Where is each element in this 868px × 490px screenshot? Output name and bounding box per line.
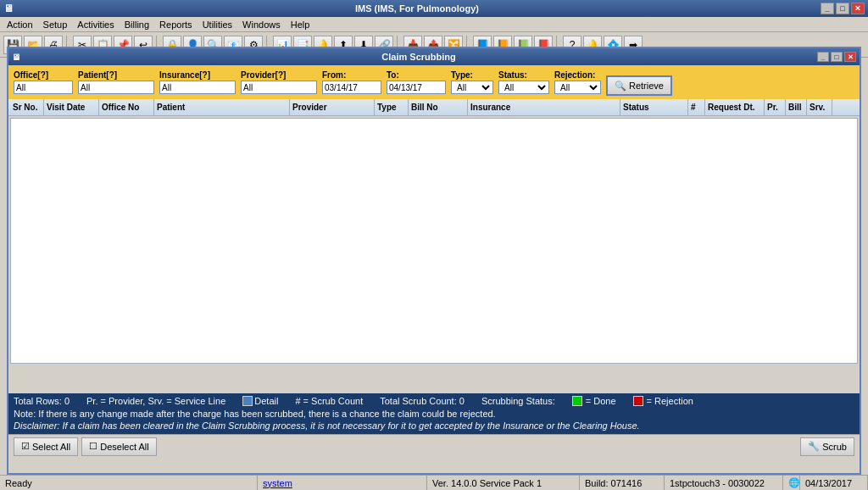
main-statusbar: Ready system Ver. 14.0.0 Service Pack 1 … xyxy=(0,475,868,490)
office-filter-group: Office[?] xyxy=(14,70,73,94)
maximize-button[interactable]: □ xyxy=(836,3,849,14)
status-version: Ver. 14.0.0 Service Pack 1 xyxy=(427,476,580,490)
select-all-button[interactable]: ☑ Select All xyxy=(14,437,78,456)
menu-bar: Action Setup Activities Billing Reports … xyxy=(0,17,868,32)
type-label: Type: xyxy=(451,70,493,80)
menu-setup[interactable]: Setup xyxy=(38,19,73,31)
to-input[interactable] xyxy=(387,81,446,94)
menu-utilities[interactable]: Utilities xyxy=(198,19,237,31)
legend-pr-srv: Pr. = Provider, Srv. = Service Line xyxy=(86,396,225,406)
col-patient: Patient xyxy=(154,99,290,115)
status-ready: Ready xyxy=(0,476,258,490)
col-status: Status xyxy=(620,99,688,115)
scrub-icon: 🔧 xyxy=(808,441,820,452)
rejection-legend-box xyxy=(633,396,643,406)
col-request-dt: Request Dt. xyxy=(705,99,765,115)
bottom-buttons-area: ☑ Select All ☐ Deselect All 🔧 Scrub xyxy=(8,434,860,458)
col-bill: Bill xyxy=(786,99,807,115)
insurance-label: Insurance[?] xyxy=(159,70,236,80)
rejection-label: Rejection: xyxy=(554,70,601,80)
claim-scrubbing-window: 🖥 Claim Scrubbing _ □ ✕ Office[?] Patien… xyxy=(7,47,861,475)
child-close-button[interactable]: ✕ xyxy=(844,52,856,62)
menu-help[interactable]: Help xyxy=(286,19,315,31)
select-all-icon: ☑ xyxy=(21,441,30,452)
scrub-button[interactable]: 🔧 Scrub xyxy=(800,437,854,456)
app-title: IMS (IMS, For Pulmonology) xyxy=(14,3,821,14)
col-provider: Provider xyxy=(290,99,375,115)
provider-input[interactable] xyxy=(241,81,317,94)
status-label: Status: xyxy=(498,70,549,80)
total-scrub-label: Total Scrub Count: 0 xyxy=(380,396,465,406)
left-buttons: ☑ Select All ☐ Deselect All xyxy=(14,437,157,456)
type-select[interactable]: All xyxy=(451,81,493,94)
done-legend: = Done xyxy=(572,396,616,406)
from-filter-group: From: xyxy=(322,70,381,94)
status-user: system xyxy=(258,476,427,490)
status-select[interactable]: All xyxy=(498,81,549,94)
deselect-all-icon: ☐ xyxy=(89,441,97,452)
network-icon: 🌐 xyxy=(788,477,800,488)
note1: Note: If there is any change made after … xyxy=(14,409,854,419)
type-filter-group: Type: All xyxy=(451,70,493,94)
rejection-filter-group: Rejection: All xyxy=(554,70,601,94)
insurance-filter-group: Insurance[?] xyxy=(159,70,236,94)
office-label: Office[?] xyxy=(14,70,73,80)
patient-filter-group: Patient[?] xyxy=(78,70,154,94)
child-window-icon: 🖥 xyxy=(12,53,20,62)
child-window-controls: _ □ ✕ xyxy=(817,52,856,62)
status-network-icon: 🌐 xyxy=(783,476,800,490)
retrieve-label: Retrieve xyxy=(629,81,664,91)
detail-icon: Detail xyxy=(242,396,278,406)
menu-action[interactable]: Action xyxy=(2,19,38,31)
col-insurance: Insurance xyxy=(468,99,620,115)
provider-filter-group: Provider[?] xyxy=(241,70,317,94)
minimize-button[interactable]: _ xyxy=(821,3,834,14)
col-sr-no: Sr No. xyxy=(10,99,44,115)
patient-label: Patient[?] xyxy=(78,70,154,80)
retrieve-icon: 🔍 xyxy=(615,81,626,92)
insurance-input[interactable] xyxy=(159,81,236,94)
col-type: Type xyxy=(375,99,409,115)
title-bar-controls: _ □ ✕ xyxy=(821,3,865,14)
table-body xyxy=(10,118,858,364)
col-visit-date: Visit Date xyxy=(44,99,99,115)
patient-input[interactable] xyxy=(78,81,154,94)
col-bill-no: Bill No xyxy=(409,99,468,115)
hash-count-label: # = Scrub Count xyxy=(295,396,363,406)
rejection-label: = Rejection xyxy=(647,396,693,406)
scrub-label: Scrub xyxy=(822,442,847,452)
rejection-select[interactable]: All xyxy=(554,81,601,94)
to-label: To: xyxy=(387,70,446,80)
status-server: 1stpctouch3 - 0030022 xyxy=(665,476,783,490)
done-label: = Done xyxy=(586,396,616,406)
col-pr: Pr. xyxy=(765,99,786,115)
child-maximize-button[interactable]: □ xyxy=(831,52,843,62)
status-user-link[interactable]: system xyxy=(263,478,292,488)
menu-windows[interactable]: Windows xyxy=(237,19,286,31)
col-srv: Srv. xyxy=(807,99,832,115)
menu-activities[interactable]: Activities xyxy=(72,19,119,31)
status-filter-group: Status: All xyxy=(498,70,549,94)
retrieve-button[interactable]: 🔍 Retrieve xyxy=(606,75,672,96)
status-line-1: Total Rows: 0 Pr. = Provider, Srv. = Ser… xyxy=(14,396,854,406)
total-rows-label: Total Rows: 0 xyxy=(14,396,70,406)
col-office-no: Office No xyxy=(99,99,154,115)
deselect-all-label: Deselect All xyxy=(100,442,148,452)
status-build: Build: 071416 xyxy=(580,476,665,490)
scrubbing-status-label: Scrubbing Status: xyxy=(481,396,555,406)
select-all-label: Select All xyxy=(32,442,70,452)
deselect-all-button[interactable]: ☐ Deselect All xyxy=(81,437,156,456)
from-input[interactable] xyxy=(322,81,381,94)
menu-billing[interactable]: Billing xyxy=(120,19,154,31)
menu-reports[interactable]: Reports xyxy=(154,19,198,31)
title-bar: 🖥 IMS (IMS, For Pulmonology) _ □ ✕ xyxy=(0,0,868,17)
office-input[interactable] xyxy=(14,81,73,94)
to-filter-group: To: xyxy=(387,70,446,94)
child-minimize-button[interactable]: _ xyxy=(817,52,829,62)
close-button[interactable]: ✕ xyxy=(851,3,865,14)
status-date: 04/13/2017 xyxy=(800,476,868,490)
filter-area: Office[?] Patient[?] Insurance[?] Provid… xyxy=(8,65,860,99)
rejection-legend: = Rejection xyxy=(633,396,693,406)
child-title-bar: 🖥 Claim Scrubbing _ □ ✕ xyxy=(8,48,860,65)
done-legend-box xyxy=(572,396,582,406)
